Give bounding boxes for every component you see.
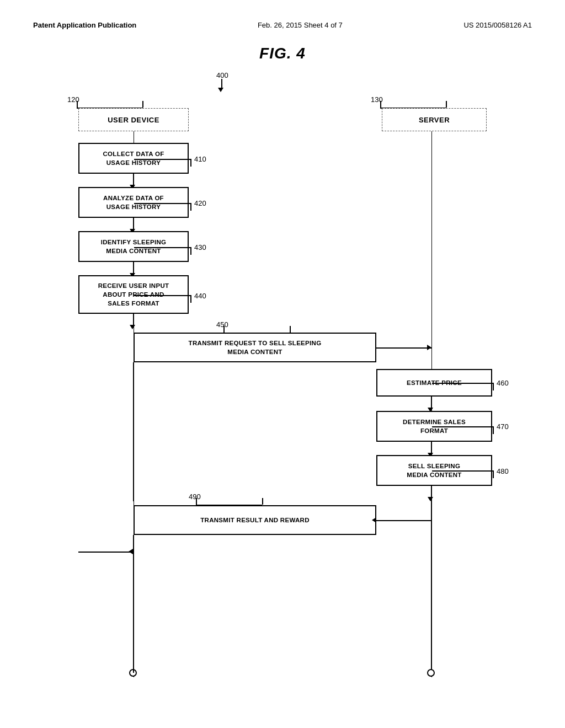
- step-420-tick: [190, 203, 191, 211]
- arrow-440-450-head: [130, 325, 135, 329]
- step-430-label: 430: [194, 243, 206, 251]
- arrow-490-left-head: [372, 517, 376, 523]
- arrow-410-420: [133, 174, 134, 186]
- arrow-440-450: [133, 314, 134, 326]
- step-450-box: TRANSMIT REQUEST TO SELL SLEEPINGMEDIA C…: [134, 333, 376, 362]
- brace-130-v2: [446, 101, 447, 108]
- left-vline-end: [133, 552, 134, 673]
- right-vline-end: [431, 520, 432, 669]
- step-470-hline: [432, 426, 494, 427]
- brace-130-v: [380, 101, 381, 108]
- step-420-hline: [134, 203, 191, 204]
- step-410-label: 410: [194, 155, 206, 163]
- step-490-tick2: [262, 498, 263, 505]
- step-480-tick: [493, 470, 494, 478]
- header-center: Feb. 26, 2015 Sheet 4 of 7: [258, 21, 343, 29]
- step-420-box: ANALYZE DATA OFUSAGE HISTORY: [78, 187, 189, 218]
- step-440-tick: [190, 295, 191, 303]
- arrow-490-down: [133, 535, 134, 552]
- step-450-tick2: [290, 326, 291, 333]
- diagram-label: 400: [216, 71, 228, 79]
- arrow-470-480: [431, 442, 432, 454]
- brace-120-v2: [142, 101, 143, 108]
- step-460-tick: [493, 383, 494, 390]
- swimlane-server: SERVER: [382, 108, 487, 131]
- step-480-label: 480: [497, 467, 509, 475]
- fig-title: FIG. 4: [33, 45, 532, 62]
- step-490-tick: [196, 498, 197, 505]
- arrow-400-head: [218, 88, 223, 92]
- server-vline-lower: [431, 498, 432, 520]
- arrow-450-server: [376, 347, 431, 349]
- step-430-tick: [190, 247, 191, 255]
- arrow-430-440: [133, 262, 134, 274]
- arrow-420-430: [133, 218, 134, 230]
- step-490-label: 490: [189, 493, 201, 501]
- arrow-480-490: [431, 486, 432, 498]
- left-vline-lower: [133, 374, 134, 501]
- step-480-hline: [432, 470, 494, 472]
- step-420-label: 420: [194, 199, 206, 207]
- step-430-box: IDENTIFY SLEEPINGMEDIA CONTENT: [78, 231, 189, 262]
- step-450-tick: [223, 326, 225, 333]
- step-450-label: 450: [216, 320, 228, 329]
- step-470-tick: [493, 426, 494, 434]
- arrow-460-470: [431, 397, 432, 409]
- arrow-result-hline: [78, 552, 134, 553]
- page: Patent Application Publication Feb. 26, …: [0, 0, 565, 728]
- swimlane-user-device: USER DEVICE: [78, 108, 189, 131]
- arrow-480-490-head: [428, 497, 433, 501]
- step-440-box: RECEIVE USER INPUTABOUT PRICE ANDSALES F…: [78, 275, 189, 314]
- header-left: Patent Application Publication: [33, 21, 136, 29]
- arrow-490-left: [376, 520, 431, 521]
- step-460-label: 460: [497, 379, 509, 387]
- step-430-hline: [134, 247, 191, 248]
- step-440-label: 440: [194, 292, 206, 300]
- header-right: US 2015/0058126 A1: [463, 21, 532, 29]
- step-460-hline: [432, 383, 494, 384]
- diagram: 400 120 USER DEVICE 130 SERVER COLLECT D…: [45, 67, 520, 690]
- step-410-box: COLLECT DATA OFUSAGE HISTORY: [78, 143, 189, 174]
- step-490-box: TRANSMIT RESULT AND REWARD: [134, 505, 376, 535]
- step-440-hline: [134, 295, 191, 296]
- step-410-hline: [134, 159, 191, 160]
- arrow-450-server-head: [427, 345, 431, 350]
- brace-120-v: [77, 101, 78, 108]
- step-410-tick: [190, 159, 191, 167]
- end-circle-right: [427, 669, 435, 677]
- arrow-450-down-left: [133, 362, 134, 374]
- header: Patent Application Publication Feb. 26, …: [33, 11, 532, 35]
- step-470-label: 470: [497, 422, 509, 431]
